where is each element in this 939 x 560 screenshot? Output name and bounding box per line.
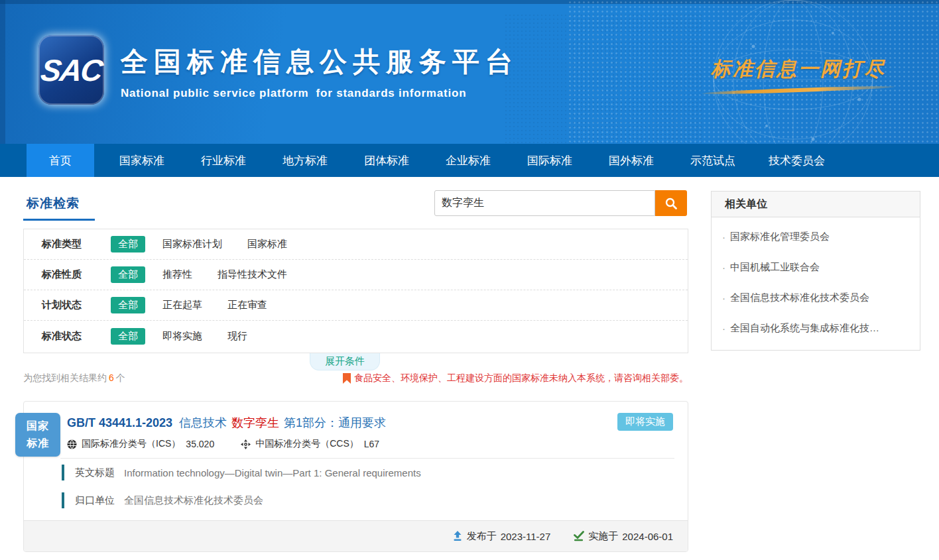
standard-result-card: 国家标准 GB/T 43441.1-2023信息技术数字孪生第1部分：通用要求 … [23, 401, 688, 552]
ccs-label: 中国标准分类号（CCS） [255, 438, 359, 450]
nav-tab-home[interactable]: 首页 [27, 144, 94, 177]
filter-selected-all[interactable]: 全部 [111, 297, 145, 313]
classification-meta-row: 国际标准分类号（ICS） 35.020 中国标准分类号（CCS） L67 [67, 438, 379, 450]
standard-title-part2: 第1部分：通用要求 [284, 416, 386, 429]
filter-label: 标准类型 [42, 238, 90, 251]
nav-tab-international-standards[interactable]: 国际标准 [516, 144, 584, 177]
filter-label: 标准状态 [42, 330, 90, 343]
filter-option[interactable]: 国家标准 [247, 238, 287, 251]
sidebar-item-automation-systems-committee[interactable]: ·全国自动化系统与集成标准化技… [712, 313, 920, 343]
nav-tab-technical-committee[interactable]: 技术委员会 [761, 144, 833, 177]
ccs-value: L67 [364, 439, 379, 449]
header-banner: SAC 全国标准信息公共服务平台 National public service… [0, 0, 939, 144]
platform-title-cn: 全国标准信息公共服务平台 [121, 44, 519, 80]
nav-tab-industry-standards[interactable]: 行业标准 [190, 144, 257, 177]
ics-value: 35.020 [186, 439, 214, 449]
standard-title-highlight: 数字孪生 [231, 416, 279, 429]
notice-text: 食品安全、环境保护、工程建设方面的国家标准未纳入本系统，请咨询相关部委。 [354, 372, 688, 384]
search-button[interactable] [655, 190, 687, 216]
slogan: 标准信息一网打尽 [699, 56, 898, 92]
standard-title-part1: 信息技术 [179, 416, 227, 429]
published-date: 2023-11-27 [501, 531, 551, 542]
section-title-standard-search: 标准检索 [27, 195, 80, 212]
row-accent-bar [62, 465, 64, 480]
filter-row-standard-type: 标准类型 全部 国家标准计划 国家标准 [24, 229, 688, 260]
nav-tab-foreign-standards[interactable]: 国外标准 [597, 144, 665, 177]
national-standard-type-badge: 国家标准 [15, 413, 60, 457]
filter-label: 计划状态 [42, 299, 90, 311]
english-title-row: 英文标题 Information technology—Digital twin… [62, 465, 421, 480]
published-label: 发布于 [467, 530, 497, 543]
sidebar-item-sac[interactable]: ·国家标准化管理委员会 [712, 221, 920, 252]
main-nav: 首页 国家标准 行业标准 地方标准 团体标准 企业标准 国际标准 国外标准 示范… [0, 144, 939, 177]
filter-row-plan-status: 计划状态 全部 正在起草 正在审查 [24, 290, 688, 321]
result-count: 为您找到相关结果约6个 [23, 372, 125, 384]
filter-option[interactable]: 即将实施 [162, 330, 202, 343]
filter-label: 标准性质 [42, 268, 90, 281]
filter-row-standard-nature: 标准性质 全部 推荐性 指导性技术文件 [24, 260, 688, 290]
filter-row-standard-status: 标准状态 全部 即将实施 现行 [24, 321, 688, 351]
related-units-title: 相关单位 [712, 192, 920, 217]
compass-cross-icon [241, 439, 251, 449]
upload-arrow-icon [452, 531, 463, 541]
standard-title-link[interactable]: GB/T 43441.1-2023信息技术数字孪生第1部分：通用要求 [67, 415, 391, 431]
filter-option[interactable]: 国家标准计划 [162, 238, 222, 251]
platform-titles: 全国标准信息公共服务平台 National public service pla… [121, 44, 519, 100]
card-divider [60, 458, 674, 459]
worldmap-dots-decoration-dark [504, 13, 703, 144]
filter-selected-all[interactable]: 全部 [111, 328, 145, 345]
section-title-underline [23, 219, 95, 221]
implemented-date-item: 实施于 2024-06-01 [573, 530, 673, 543]
filter-option[interactable]: 现行 [227, 330, 247, 343]
filter-panel: 标准类型 全部 国家标准计划 国家标准 标准性质 全部 推荐性 指导性技术文件 … [23, 229, 688, 353]
sidebar-item-it-standardization-committee[interactable]: ·全国信息技术标准化技术委员会 [712, 282, 920, 313]
filter-selected-all[interactable]: 全部 [111, 266, 145, 283]
implemented-date: 2024-06-01 [622, 531, 673, 542]
nav-tab-pilot-demo[interactable]: 示范试点 [679, 144, 747, 177]
bookmark-icon [343, 373, 351, 384]
row-value: 全国信息技术标准化技术委员会 [124, 494, 263, 507]
result-meta-line: 为您找到相关结果约6个 食品安全、环境保护、工程建设方面的国家标准未纳入本系统，… [23, 372, 688, 384]
card-footer: 发布于 2023-11-27 实施于 2024-06-01 [24, 520, 688, 551]
status-badge: 即将实施 [617, 413, 673, 431]
sac-logo-text: SAC [38, 52, 104, 88]
row-value: Information technology—Digital twin—Part… [124, 467, 421, 478]
globe-icon [67, 439, 77, 449]
nav-tab-enterprise-standards[interactable]: 企业标准 [434, 144, 502, 177]
related-units-panel: 相关单位 ·国家标准化管理委员会 ·中国机械工业联合会 ·全国信息技术标准化技术… [711, 191, 920, 351]
nav-tab-local-standards[interactable]: 地方标准 [271, 144, 339, 177]
page: SAC 全国标准信息公共服务平台 National public service… [0, 0, 939, 560]
related-units-list: ·国家标准化管理委员会 ·中国机械工业联合会 ·全国信息技术标准化技术委员会 ·… [712, 217, 920, 350]
check-mark-icon [573, 531, 584, 541]
filter-selected-all[interactable]: 全部 [111, 236, 145, 252]
filter-option[interactable]: 正在起草 [162, 299, 202, 311]
result-count-number: 6 [107, 372, 116, 383]
filter-option[interactable]: 正在审查 [227, 299, 267, 311]
row-label: 英文标题 [75, 467, 115, 479]
expand-conditions-button[interactable]: 展开条件 [310, 353, 380, 370]
search-input[interactable] [434, 190, 655, 216]
implemented-label: 实施于 [588, 530, 618, 543]
filter-option[interactable]: 指导性技术文件 [218, 268, 287, 281]
slogan-text: 标准信息一网打尽 [699, 56, 898, 83]
nav-tab-group-standards[interactable]: 团体标准 [353, 144, 420, 177]
ics-label: 国际标准分类号（ICS） [82, 438, 180, 450]
filter-option[interactable]: 推荐性 [162, 268, 192, 281]
sac-logo[interactable]: SAC [38, 35, 104, 105]
standard-code: GB/T 43441.1-2023 [67, 416, 172, 429]
nav-tab-national-standards[interactable]: 国家标准 [108, 144, 176, 177]
platform-title-en: National public service platform for sta… [121, 87, 519, 100]
row-accent-bar [62, 492, 64, 508]
system-notice: 食品安全、环境保护、工程建设方面的国家标准未纳入本系统，请咨询相关部委。 [343, 372, 688, 384]
sidebar-item-machinery-federation[interactable]: ·中国机械工业联合会 [712, 252, 920, 282]
committee-row: 归口单位 全国信息技术标准化技术委员会 [62, 492, 263, 508]
published-date-item: 发布于 2023-11-27 [452, 530, 551, 543]
row-label: 归口单位 [75, 494, 115, 507]
search-icon [664, 197, 678, 210]
